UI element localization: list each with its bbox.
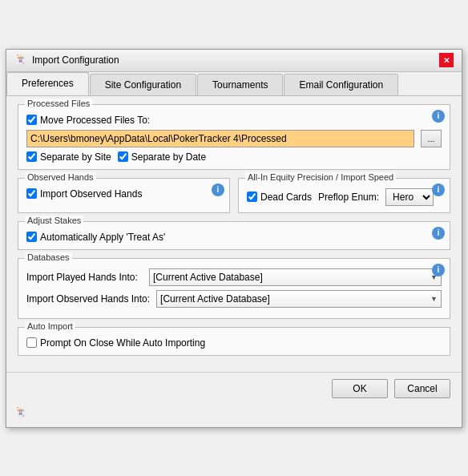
processed-files-title: Processed Files <box>25 99 92 108</box>
observed-hands-info-button[interactable]: i <box>212 184 224 196</box>
preflop-enum-label: Preflop Enum: <box>318 192 379 203</box>
preflop-enum-select[interactable]: Hero All None <box>385 188 434 206</box>
move-files-checkbox-label[interactable]: Move Processed Files To: <box>26 115 150 126</box>
prompt-close-checkbox[interactable] <box>26 337 37 348</box>
path-row: ... <box>26 130 442 147</box>
separate-date-label[interactable]: Separate by Date <box>118 151 206 163</box>
observed-hands-db-select[interactable]: [Current Active Database] ▼ <box>156 290 442 308</box>
import-observed-row: Import Observed Hands <box>26 188 221 200</box>
observed-hands-db-row: Import Observed Hands Into: [Current Act… <box>26 290 442 308</box>
dialog-icon: 🃏 <box>14 54 27 67</box>
separate-row: Separate by Site Separate by Date <box>26 151 442 163</box>
databases-title: Databases <box>25 252 72 262</box>
equity-title: All-In Equity Precision / Import Speed <box>245 172 396 182</box>
dialog: 🃏 Import Configuration ✕ Preferences Sit… <box>6 49 462 428</box>
adjust-stakes-content: Automatically Apply 'Treat As' <box>26 232 442 243</box>
dialog-title: Import Configuration <box>32 54 119 66</box>
tab-bar: Preferences Site Configuration Tournamen… <box>6 72 462 96</box>
tab-site-configuration[interactable]: Site Configuration <box>90 74 196 95</box>
databases-info-button[interactable]: i <box>432 264 445 276</box>
title-bar-left: 🃏 Import Configuration <box>14 54 119 67</box>
dead-cards-text: Dead Cards <box>260 192 312 203</box>
tab-email-configuration[interactable]: Email Configuration <box>284 74 398 95</box>
databases-content: Import Played Hands Into: [Current Activ… <box>26 268 442 308</box>
move-files-checkbox[interactable] <box>26 115 37 125</box>
observed-hands-db-label: Import Observed Hands Into: <box>26 293 150 305</box>
adjust-stakes-info-button[interactable]: i <box>432 227 445 240</box>
auto-import-content: Prompt On Close While Auto Importing <box>26 337 442 349</box>
main-content: Processed Files i Move Processed Files T… <box>6 96 462 372</box>
observed-hands-section: Observed Hands i Import Observed Hands <box>18 178 230 213</box>
observed-hands-content: Import Observed Hands <box>26 188 221 200</box>
dead-cards-checkbox[interactable] <box>247 192 257 202</box>
tab-preferences[interactable]: Preferences <box>6 72 89 95</box>
adjust-stakes-title: Adjust Stakes <box>25 216 83 225</box>
move-files-row: Move Processed Files To: <box>26 115 442 126</box>
prompt-close-label[interactable]: Prompt On Close While Auto Importing <box>26 337 205 349</box>
played-hands-label: Import Played Hands Into: <box>26 272 143 283</box>
processed-files-path-input[interactable] <box>26 130 414 147</box>
separate-date-checkbox[interactable] <box>118 151 128 162</box>
equity-section: All-In Equity Precision / Import Speed i… <box>238 178 450 213</box>
prompt-close-text: Prompt On Close While Auto Importing <box>40 337 205 349</box>
tab-tournaments[interactable]: Tournaments <box>197 74 283 95</box>
prompt-close-row: Prompt On Close While Auto Importing <box>26 337 442 349</box>
separate-date-text: Separate by Date <box>131 151 206 163</box>
auto-apply-checkbox[interactable] <box>26 232 37 242</box>
ok-button[interactable]: OK <box>332 379 388 398</box>
dead-cards-row: Dead Cards Preflop Enum: Hero All None <box>247 188 442 206</box>
auto-apply-label[interactable]: Automatically Apply 'Treat As' <box>26 232 165 243</box>
played-hands-select[interactable]: [Current Active Database] ▼ <box>149 268 442 286</box>
auto-import-title: Auto Import <box>25 321 75 331</box>
auto-apply-row: Automatically Apply 'Treat As' <box>26 232 442 243</box>
processed-files-section: Processed Files i Move Processed Files T… <box>18 104 450 170</box>
separate-site-checkbox[interactable] <box>26 151 37 162</box>
dead-cards-label[interactable]: Dead Cards <box>247 192 312 203</box>
processed-files-info-button[interactable]: i <box>432 110 445 123</box>
bottom-icon: 🃏 <box>14 406 30 422</box>
dialog-footer: OK Cancel <box>6 372 462 405</box>
move-files-label: Move Processed Files To: <box>40 115 150 126</box>
adjust-stakes-section: Adjust Stakes i Automatically Apply 'Tre… <box>18 221 450 250</box>
databases-section: Databases i Import Played Hands Into: [C… <box>18 258 450 319</box>
observed-hands-db-value: [Current Active Database] <box>160 293 270 305</box>
separate-site-label[interactable]: Separate by Site <box>26 151 111 163</box>
import-observed-text: Import Observed Hands <box>40 188 142 200</box>
two-col-row: Observed Hands i Import Observed Hands A… <box>18 178 450 213</box>
cancel-button[interactable]: Cancel <box>394 379 450 398</box>
auto-apply-text: Automatically Apply 'Treat As' <box>40 232 165 243</box>
bottom-bar: 🃏 <box>6 405 462 427</box>
equity-info-button[interactable]: i <box>432 184 445 196</box>
observed-hands-db-arrow-icon: ▼ <box>430 295 438 303</box>
separate-site-text: Separate by Site <box>40 151 111 163</box>
close-button[interactable]: ✕ <box>439 53 454 67</box>
title-bar: 🃏 Import Configuration ✕ <box>6 50 462 72</box>
processed-files-content: Move Processed Files To: ... Separate by… <box>26 115 442 163</box>
observed-hands-title: Observed Hands <box>25 172 96 182</box>
played-hands-row: Import Played Hands Into: [Current Activ… <box>26 268 442 286</box>
browse-button[interactable]: ... <box>421 130 442 147</box>
import-observed-label[interactable]: Import Observed Hands <box>26 188 142 200</box>
auto-import-section: Auto Import Prompt On Close While Auto I… <box>18 327 450 356</box>
import-observed-checkbox[interactable] <box>26 188 37 199</box>
played-hands-value: [Current Active Database] <box>153 272 263 283</box>
equity-content: Dead Cards Preflop Enum: Hero All None <box>247 188 442 206</box>
